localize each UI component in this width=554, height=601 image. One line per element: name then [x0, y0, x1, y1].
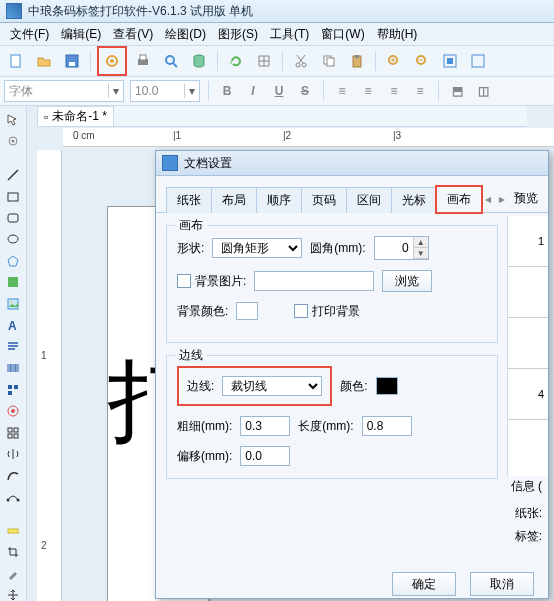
tab-canvas[interactable]: 画布 [436, 186, 482, 213]
open-button[interactable] [32, 49, 56, 73]
menu-help[interactable]: 帮助(H) [371, 24, 424, 45]
fill-tool[interactable] [2, 273, 24, 292]
menu-edit[interactable]: 编辑(E) [55, 24, 107, 45]
canvas-group-title: 画布 [175, 217, 207, 234]
richtext-tool[interactable] [2, 337, 24, 356]
bezier-tool[interactable] [2, 487, 24, 506]
menu-file[interactable]: 文件(F) [4, 24, 55, 45]
polygon-tool[interactable] [2, 251, 24, 270]
refresh-button[interactable] [224, 49, 248, 73]
target-tool[interactable] [2, 401, 24, 420]
zoom-button[interactable] [159, 49, 183, 73]
valign-middle-button[interactable]: ◫ [473, 81, 493, 101]
italic-button[interactable]: I [243, 81, 263, 101]
print-button[interactable] [131, 49, 155, 73]
paste-button[interactable] [345, 49, 369, 73]
zoom-in-button[interactable] [382, 49, 406, 73]
shape-select[interactable]: 圆角矩形 [212, 238, 302, 258]
grid-tool[interactable] [2, 423, 24, 442]
copy-button[interactable] [317, 49, 341, 73]
menu-window[interactable]: 窗口(W) [315, 24, 370, 45]
move-tool[interactable] [2, 585, 24, 601]
line-tool[interactable] [2, 165, 24, 184]
database-button[interactable] [187, 49, 211, 73]
select-tool[interactable] [2, 110, 24, 129]
edge-color-label: 颜色: [340, 378, 367, 395]
browse-button[interactable]: 浏览 [382, 270, 432, 292]
tab-page[interactable]: 页码 [301, 187, 347, 213]
cut-button[interactable] [289, 49, 313, 73]
bgimg-path-input[interactable] [254, 271, 374, 291]
eyedrop-tool[interactable] [2, 564, 24, 583]
svg-rect-2 [69, 62, 75, 66]
length-input[interactable] [362, 416, 412, 436]
qrcode-tool[interactable] [2, 380, 24, 399]
bold-button[interactable]: B [217, 81, 237, 101]
gear-tool[interactable] [2, 131, 24, 150]
menu-view[interactable]: 查看(V) [107, 24, 159, 45]
tab-paper[interactable]: 纸张 [166, 187, 212, 213]
zoom-actual-button[interactable] [466, 49, 490, 73]
zoom-fit-button[interactable] [438, 49, 462, 73]
edge-select[interactable]: 裁切线 [222, 376, 322, 396]
doc-tab-1[interactable]: ▫ 未命名-1 * [37, 106, 114, 126]
menu-draw[interactable]: 绘图(D) [159, 24, 212, 45]
offset-input[interactable] [240, 446, 290, 466]
image-tool[interactable] [2, 294, 24, 313]
svg-point-41 [17, 498, 20, 501]
align-left-button[interactable]: ≡ [332, 81, 352, 101]
curve-tool[interactable] [2, 466, 24, 485]
crop-tool[interactable] [2, 543, 24, 562]
text-tool[interactable]: A [2, 316, 24, 335]
bgcolor-label: 背景颜色: [177, 303, 228, 320]
align-right-button[interactable]: ≡ [384, 81, 404, 101]
strike-button[interactable]: S [295, 81, 315, 101]
mirror-tool[interactable] [2, 444, 24, 463]
info-label: 信息 ( [492, 478, 542, 495]
ruler-tick: |3 [393, 130, 401, 141]
ruler-tool[interactable] [2, 521, 24, 540]
underline-button[interactable]: U [269, 81, 289, 101]
font-family-combo[interactable]: 字体 ▾ [4, 80, 124, 102]
zoom-out-button[interactable] [410, 49, 434, 73]
spin-up-icon[interactable]: ▲ [414, 237, 428, 248]
svg-point-40 [7, 498, 10, 501]
align-center-button[interactable]: ≡ [358, 81, 378, 101]
roundrect-tool[interactable] [2, 208, 24, 227]
dialog-titlebar[interactable]: 文档设置 [156, 151, 548, 176]
font-size-combo[interactable]: 10.0 ▾ [130, 80, 200, 102]
tab-order[interactable]: 顺序 [256, 187, 302, 213]
radius-spinner[interactable]: ▲▼ [374, 236, 429, 260]
barcode-tool[interactable] [2, 358, 24, 377]
ok-button[interactable]: 确定 [392, 572, 456, 596]
new-button[interactable] [4, 49, 28, 73]
radius-input[interactable] [375, 238, 413, 258]
tab-layout[interactable]: 布局 [211, 187, 257, 213]
spin-down-icon[interactable]: ▼ [414, 248, 428, 259]
doc-icon: ▫ [44, 110, 48, 124]
menu-tool[interactable]: 工具(T) [264, 24, 315, 45]
svg-rect-25 [8, 214, 18, 222]
edge-color-swatch[interactable] [376, 377, 398, 395]
thick-input[interactable] [240, 416, 290, 436]
ellipse-tool[interactable] [2, 230, 24, 249]
cancel-button[interactable]: 取消 [470, 572, 534, 596]
tab-cursor[interactable]: 光标 [391, 187, 437, 213]
rect-tool[interactable] [2, 187, 24, 206]
preview-panel: 1 4 [507, 216, 548, 476]
save-button[interactable] [60, 49, 84, 73]
printbg-checkbox[interactable]: 打印背景 [294, 303, 360, 320]
bgimg-checkbox[interactable]: 背景图片: [177, 273, 246, 290]
menu-shape[interactable]: 图形(S) [212, 24, 264, 45]
grid-button[interactable] [252, 49, 276, 73]
doc-settings-button[interactable] [100, 49, 124, 73]
svg-point-35 [11, 409, 15, 413]
tab-nav-left-icon[interactable]: ◂ [481, 192, 495, 206]
main-toolbar [0, 46, 554, 77]
tab-nav-right-icon[interactable]: ▸ [495, 192, 509, 206]
valign-top-button[interactable]: ⬒ [447, 81, 467, 101]
checkbox-icon [177, 274, 191, 288]
bgcolor-swatch[interactable] [236, 302, 258, 320]
tab-section[interactable]: 区间 [346, 187, 392, 213]
align-justify-button[interactable]: ≡ [410, 81, 430, 101]
